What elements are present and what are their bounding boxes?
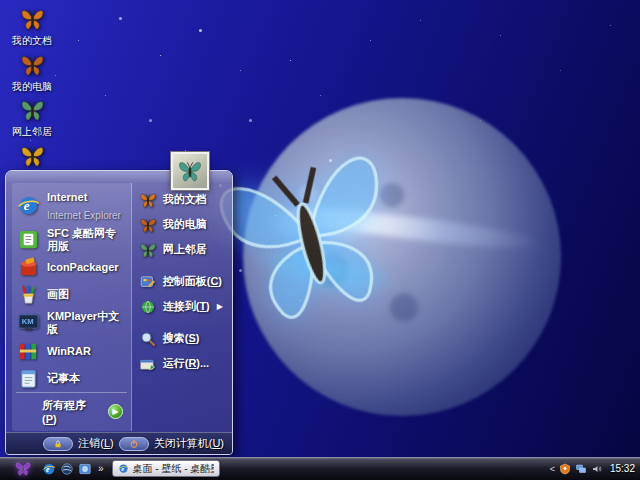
quicklaunch-globe-icon[interactable] — [60, 462, 74, 476]
menu-item-title: SFC 桌酷网专用版 — [47, 227, 126, 252]
quicklaunch-ie-icon[interactable]: e — [42, 462, 56, 476]
all-programs-button[interactable]: 所有程序(P) ▶ — [16, 392, 127, 429]
orange-tray-icon[interactable] — [559, 463, 571, 475]
menu-item-iconpackager[interactable]: IconPackager — [12, 254, 131, 281]
butterfly-start-icon — [14, 460, 32, 477]
shut-down-label: 关闭计算机(U) — [154, 436, 224, 451]
menu-item-connect-to[interactable]: 连接到(T) ▶ — [137, 294, 224, 319]
butterfly-avatar-icon — [176, 158, 204, 184]
taskbar: e » e 桌面 - 壁纸 - 桌酷壁... < — [0, 457, 640, 480]
menu-item-search[interactable]: 搜索(S) — [137, 326, 224, 351]
quick-launch-bar: e » — [42, 462, 104, 476]
log-off-label: 注销(L) — [78, 436, 113, 451]
network-tray-icon[interactable] — [575, 463, 587, 475]
ie-icon: e — [118, 463, 129, 474]
menu-item-label: 我的文档 — [163, 192, 207, 207]
menu-item-label: 运行(R)... — [163, 356, 209, 371]
start-button[interactable] — [12, 458, 34, 480]
power-icon — [119, 437, 149, 451]
menu-item-title: KMPlayer中文版 — [47, 310, 126, 335]
menu-item-label: 搜索(S) — [163, 331, 200, 346]
winrar-icon — [17, 340, 40, 363]
butterfly-icon — [139, 191, 157, 209]
menu-item-label: 连接到(T) — [163, 299, 210, 314]
start-menu-right-column: 我的文档 我的电脑 网上邻居 — [132, 183, 226, 431]
quicklaunch-overflow-chevron[interactable]: » — [98, 463, 104, 474]
submenu-arrow-icon: ▶ — [217, 302, 223, 311]
tray-collapse-chevron[interactable]: < — [550, 464, 555, 474]
kmplayer-icon: KM — [17, 311, 40, 334]
desktop-icon-my-computer[interactable]: 我的电脑 — [2, 52, 62, 94]
butterfly-icon — [139, 241, 157, 259]
start-menu-columns: e Internet Internet Explorer SFC 桌酷网专用版 — [12, 183, 226, 431]
quicklaunch-browser-icon[interactable] — [78, 462, 92, 476]
start-menu: e Internet Internet Explorer SFC 桌酷网专用版 — [5, 170, 233, 455]
menu-group-gap — [137, 262, 224, 269]
sfc-icon — [17, 228, 40, 251]
menu-item-title: 画图 — [47, 288, 69, 301]
menu-item-title: Internet — [47, 191, 87, 203]
desktop-icon-my-documents[interactable]: 我的文档 — [2, 6, 62, 48]
butterfly-icon — [139, 216, 157, 234]
lock-icon — [43, 437, 73, 451]
connect-to-icon — [139, 298, 157, 316]
menu-item-winrar[interactable]: WinRAR — [12, 338, 131, 365]
menu-item-label: 控制面板(C) — [163, 274, 222, 289]
svg-text:e: e — [121, 465, 124, 472]
menu-item-title: WinRAR — [47, 345, 91, 358]
volume-tray-icon[interactable] — [591, 463, 603, 475]
desktop-icon-label: 我的电脑 — [2, 80, 62, 94]
menu-item-title: 记事本 — [47, 372, 80, 385]
all-programs-arrow-icon: ▶ — [108, 404, 123, 419]
log-off-button[interactable]: 注销(L) — [43, 436, 113, 451]
menu-item-kmplayer[interactable]: KM KMPlayer中文版 — [12, 308, 131, 337]
control-panel-icon — [139, 273, 157, 291]
butterfly-icon — [19, 52, 46, 78]
menu-item-network-places[interactable]: 网上邻居 — [137, 237, 224, 262]
menu-item-label: 网上邻居 — [163, 242, 207, 257]
sparkles — [0, 0, 1, 1]
system-tray: < 15:32 — [550, 463, 640, 475]
menu-item-run[interactable]: 运行(R)... — [137, 351, 224, 376]
desktop-icon-network-places[interactable]: 网上邻居 — [2, 97, 62, 139]
run-icon — [139, 355, 157, 373]
svg-text:e: e — [24, 198, 30, 213]
desktop-icon-label: 网上邻居 — [2, 125, 62, 139]
tray-clock[interactable]: 15:32 — [610, 463, 635, 474]
search-icon — [139, 330, 157, 348]
menu-item-title: IconPackager — [47, 261, 119, 274]
menu-item-my-computer[interactable]: 我的电脑 — [137, 212, 224, 237]
desktop: { "colors": { "wallpaper_base": "#14148a… — [0, 0, 640, 480]
menu-item-paint[interactable]: 画图 — [12, 281, 131, 308]
start-menu-left-column: e Internet Internet Explorer SFC 桌酷网专用版 — [12, 183, 132, 431]
all-programs-label: 所有程序(P) — [42, 398, 100, 425]
menu-item-sfc[interactable]: SFC 桌酷网专用版 — [12, 225, 131, 254]
menu-item-notepad[interactable]: 记事本 — [12, 365, 131, 392]
menu-item-control-panel[interactable]: 控制面板(C) — [137, 269, 224, 294]
task-button-active[interactable]: e 桌面 - 壁纸 - 桌酷壁... — [112, 460, 220, 477]
ie-icon: e — [17, 194, 40, 217]
menu-group-gap — [137, 319, 224, 326]
butterfly-icon — [19, 97, 46, 123]
butterfly-icon — [19, 6, 46, 32]
menu-item-my-documents[interactable]: 我的文档 — [137, 187, 224, 212]
desktop-icon-label: 我的文档 — [2, 34, 62, 48]
notepad-icon — [17, 367, 40, 390]
shut-down-button[interactable]: 关闭计算机(U) — [119, 436, 224, 451]
task-button-label: 桌面 - 壁纸 - 桌酷壁... — [133, 462, 214, 476]
iconpackager-icon — [17, 256, 40, 279]
menu-item-label: 我的电脑 — [163, 217, 207, 232]
butterfly-icon — [19, 143, 46, 169]
desktop-icon-recycle[interactable] — [2, 143, 62, 171]
start-menu-footer: 注销(L) 关闭计算机(U) — [6, 432, 232, 454]
svg-text:KM: KM — [22, 318, 34, 327]
menu-item-internet[interactable]: e Internet Internet Explorer — [12, 185, 131, 225]
paint-icon — [17, 283, 40, 306]
menu-item-subtitle: Internet Explorer — [47, 210, 121, 221]
